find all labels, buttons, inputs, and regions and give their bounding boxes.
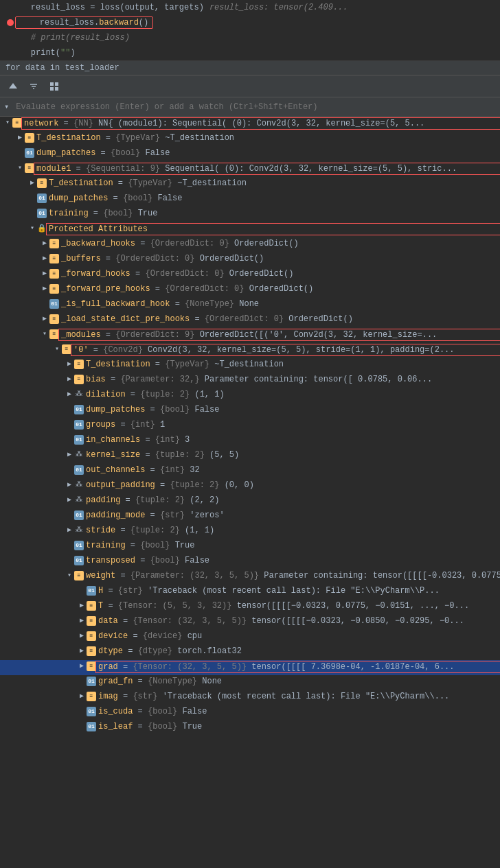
tuple-icon: ⁂ [74, 480, 84, 490]
var-type-weight_imag: {str} [133, 692, 162, 701]
expander-network_T_destination[interactable]: ▶ [15, 133, 25, 141]
bool-icon: 01 [74, 420, 84, 430]
expander-conv_bias[interactable]: ▶ [65, 375, 74, 383]
tree-item-network[interactable]: ▾≡network = {NN} NN{ (module1): Sequenti… [0, 117, 500, 132]
tree-item-conv_padding_mode[interactable]: 01padding_mode = {str} 'zeros' [0, 509, 500, 524]
item-content-network_T_destination: T_destination = {TypeVar} ~T_destination [34, 133, 500, 143]
up-button[interactable] [5, 79, 21, 94]
nn-icon: ≡ [25, 163, 34, 173]
expander-weight_device[interactable]: ▶ [77, 631, 87, 640]
item-content-conv_bias: bias = {Parameter: 32,} Parameter contai… [84, 375, 500, 384]
tree-item-weight_is_cuda[interactable]: 01is_cuda = {bool} False [0, 705, 500, 720]
tree-item-conv_out_channels[interactable]: 01out_channels = {int} 32 [0, 464, 500, 479]
eval-input[interactable] [13, 102, 500, 112]
var-type-weight_dtype: {dtype} [138, 646, 178, 656]
tree-item-load_state_dict[interactable]: ▶≡_load_state_dict_pre_hooks = {OrderedD… [0, 313, 500, 328]
tree-item-conv_bias[interactable]: ▶≡bias = {Parameter: 32,} Parameter cont… [0, 373, 500, 388]
var-value-weight_dtype: torch.float32 [177, 646, 242, 656]
expander-buffers[interactable]: ▶ [40, 254, 49, 262]
tree-item-conv_padding[interactable]: ▶⁂padding = {tuple: 2} (2, 2) [0, 494, 500, 509]
item-content-weight_device: device = {device} cpu [96, 631, 500, 641]
nn-icon: ≡ [49, 314, 59, 324]
expander-network[interactable]: ▾ [3, 118, 12, 126]
expander-weight_dtype[interactable]: ▶ [77, 646, 87, 655]
var-value-module1_training: True [138, 209, 158, 218]
tree-item-module1_T_dest[interactable]: ▶≡T_destination = {TypeVar} ~T_destinati… [0, 177, 500, 192]
var-name-forward_hooks: _forward_hooks [61, 269, 130, 279]
tree-item-weight_T[interactable]: ▶≡T = {Tensor: (5, 5, 3, 32)} tensor([[[… [0, 600, 500, 615]
expander-conv_weight[interactable]: ▾ [65, 571, 74, 579]
tree-item-is_full_backward_hook[interactable]: 01_is_full_backward_hook = {NoneType} No… [0, 298, 500, 313]
tree-item-conv_training[interactable]: 01training = {bool} True [0, 539, 500, 554]
var-value-weight_is_cuda: False [182, 707, 207, 716]
expander-conv_dilation[interactable]: ▶ [65, 390, 74, 398]
expander-backward_hooks[interactable]: ▶ [40, 239, 49, 247]
tree-item-weight_grad_fn[interactable]: 01grad_fn = {NoneType} None [0, 675, 500, 690]
tree-item-conv_in_channels[interactable]: 01in_channels = {int} 3 [0, 434, 500, 449]
tree-item-conv_stride[interactable]: ▶⁂stride = {tuple: 2} (1, 1) [0, 524, 500, 539]
tree-item-buffers[interactable]: ▶≡_buffers = {OrderedDict: 0} OrderedDic… [0, 253, 500, 268]
expander-conv_output_padding[interactable]: ▶ [65, 480, 74, 489]
var-type-is_full_backward_hook: {NoneType} [185, 299, 239, 309]
code-hint-1: result_loss: tensor(2.409... [209, 3, 348, 12]
tree-item-weight_imag[interactable]: ▶≡imag = {str} 'Traceback (most recent c… [0, 690, 500, 705]
bool-icon: 01 [74, 405, 84, 414]
expander-weight_imag[interactable]: ▶ [77, 692, 87, 700]
tree-item-module1_dump_patches[interactable]: 01dump_patches = {bool} False [0, 192, 500, 207]
expander-weight_grad[interactable]: ▶ [77, 661, 87, 670]
tree-item-protected_attrs[interactable]: ▾🔒Protected Attributes [0, 222, 500, 237]
nn-icon: ≡ [87, 692, 96, 701]
tree-item-modules[interactable]: ▾≡_modules = {OrderedDict: 9} OrderedDic… [0, 328, 500, 343]
var-type-conv_bias: {Parameter: 32,} [120, 375, 204, 384]
tree-item-network_T_destination[interactable]: ▶≡T_destination = {TypeVar} ~T_destinati… [0, 132, 500, 147]
tree-item-module1[interactable]: ▾≡module1 = {Sequential: 9} Sequential( … [0, 162, 500, 177]
expander-module1_T_dest[interactable]: ▶ [27, 178, 37, 187]
expander-weight_T[interactable]: ▶ [77, 601, 87, 609]
expander-modules[interactable]: ▾ [40, 329, 49, 338]
expander-forward_hooks[interactable]: ▶ [40, 269, 49, 277]
var-value-backward_hooks: OrderedDict() [234, 239, 299, 248]
tree-item-conv_weight[interactable]: ▾≡weight = {Parameter: (32, 3, 5, 5)} Pa… [0, 570, 500, 585]
tree-item-weight_is_leaf[interactable]: 01is_leaf = {bool} True [0, 720, 500, 736]
tree-item-weight_dtype[interactable]: ▶≡dtype = {dtype} torch.float32 [0, 645, 500, 660]
var-name-network_dump_patches: dump_patches [36, 148, 95, 158]
tree-item-forward_hooks[interactable]: ▶≡_forward_hooks = {OrderedDict: 0} Orde… [0, 268, 500, 283]
expander-weight_data[interactable]: ▶ [77, 616, 87, 624]
item-content-conv2d_0: '0' = {Conv2d} Conv2d(3, 32, kernel_size… [71, 344, 500, 355]
var-value-conv_transposed: False [185, 556, 209, 565]
tree-item-weight_grad[interactable]: ▶≡grad = {Tensor: (32, 3, 5, 5)} tensor(… [0, 660, 500, 675]
tree-item-conv_T_dest[interactable]: ▶≡T_destination = {TypeVar} ~T_destinati… [0, 358, 500, 373]
var-value-conv2d_0: Conv2d(3, 32, kernel_size=(5, 5), stride… [148, 345, 454, 355]
tree-item-conv_output_padding[interactable]: ▶⁂output_padding = {tuple: 2} (0, 0) [0, 479, 500, 494]
eval-arrow[interactable]: ▾ [0, 102, 13, 112]
expander-conv_T_dest[interactable]: ▶ [65, 360, 74, 368]
expander-conv2d_0[interactable]: ▾ [52, 344, 62, 353]
tree-item-conv_groups[interactable]: 01groups = {int} 1 [0, 419, 500, 434]
tree-item-weight_H[interactable]: 01H = {str} 'Traceback (most recent call… [0, 585, 500, 600]
item-content-conv_dump_patches: dump_patches = {bool} False [84, 405, 500, 414]
tree-item-weight_device[interactable]: ▶≡device = {device} cpu [0, 630, 500, 645]
grid-button[interactable] [47, 79, 62, 94]
tree-item-conv2d_0[interactable]: ▾≡'0' = {Conv2d} Conv2d(3, 32, kernel_si… [0, 343, 500, 358]
tree-item-conv_kernel_size[interactable]: ▶⁂kernel_size = {tuple: 2} (5, 5) [0, 449, 500, 464]
expander-conv_stride[interactable]: ▶ [65, 526, 74, 534]
tree-item-module1_training[interactable]: 01training = {bool} True [0, 207, 500, 222]
tree-item-network_dump_patches[interactable]: 01dump_patches = {bool} False [0, 147, 500, 162]
tree-item-backward_hooks[interactable]: ▶≡_backward_hooks = {OrderedDict: 0} Ord… [0, 237, 500, 253]
filter-button[interactable] [26, 79, 41, 94]
tree-item-weight_data[interactable]: ▶≡data = {Tensor: (32, 3, 5, 5)} tensor(… [0, 615, 500, 630]
expander-conv_padding[interactable]: ▶ [65, 495, 74, 504]
tree-item-conv_transposed[interactable]: 01transposed = {bool} False [0, 554, 500, 570]
var-type-conv_output_padding: {tuple: 2} [170, 480, 224, 490]
code-line-2: result_loss.backward() [0, 15, 500, 30]
expander-load_state_dict[interactable]: ▶ [40, 314, 49, 322]
tree-item-conv_dilation[interactable]: ▶⁂dilation = {tuple: 2} (1, 1) [0, 388, 500, 403]
tree-item-conv_dump_patches[interactable]: 01dump_patches = {bool} False [0, 403, 500, 419]
var-type-weight_data: {Tensor: (32, 3, 5, 5)} [133, 616, 251, 626]
expander-protected_attrs[interactable]: ▾ [27, 224, 37, 232]
expander-conv_kernel_size[interactable]: ▶ [65, 450, 74, 458]
expander-module1[interactable]: ▾ [15, 163, 25, 172]
var-type-conv_dilation: {tuple: 2} [140, 390, 194, 399]
expander-forward_pre_hooks[interactable]: ▶ [40, 284, 49, 292]
tree-item-forward_pre_hooks[interactable]: ▶≡_forward_pre_hooks = {OrderedDict: 0} … [0, 283, 500, 298]
